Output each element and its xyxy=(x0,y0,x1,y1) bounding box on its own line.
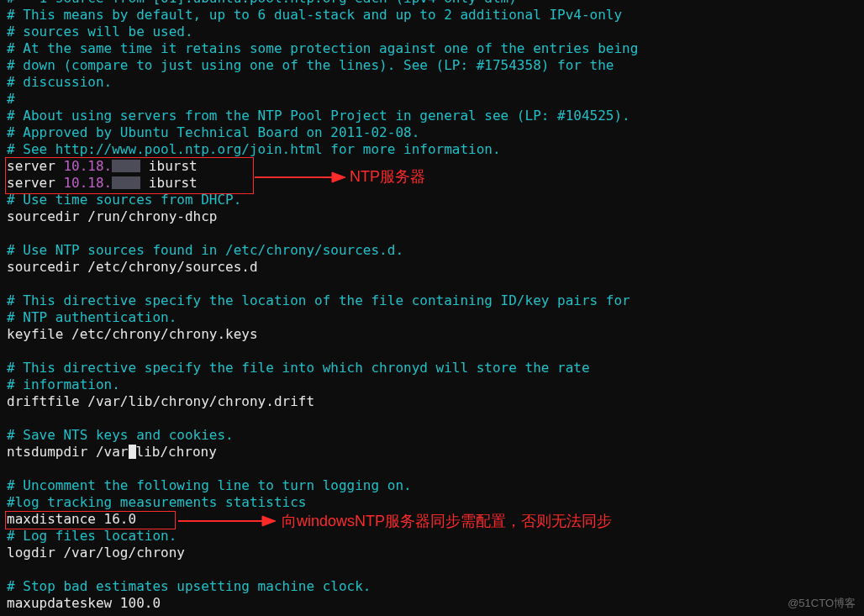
comment-text: # 1 source from [01].ubuntu.pool.ntp.org… xyxy=(7,0,517,6)
comment-text: # This means by default, up to 6 dual-st… xyxy=(7,7,622,23)
terminal-line xyxy=(7,561,864,578)
comment-text: # Uncomment the following line to turn l… xyxy=(7,477,412,493)
comment-text: # About using servers from the NTP Pool … xyxy=(7,108,630,124)
svg-marker-1 xyxy=(332,172,345,182)
annotation-label-ntp: NTP服务器 xyxy=(350,166,425,187)
comment-text: # Log files location. xyxy=(7,528,176,544)
server-ip: 10.18. xyxy=(63,158,112,174)
terminal-line: # Stop bad estimates upsetting machine c… xyxy=(7,578,864,595)
terminal-line: # This directive specify the location of… xyxy=(7,292,864,309)
comment-text: # Use time sources from DHCP. xyxy=(7,192,241,208)
terminal-line xyxy=(7,410,864,427)
terminal-line: # Uncomment the following line to turn l… xyxy=(7,477,864,494)
config-directive: keyfile /etc/chrony/chrony.keys xyxy=(7,326,258,342)
server-option: iburst xyxy=(140,158,197,174)
config-directive: sourcedir /run/chrony-dhcp xyxy=(7,208,217,224)
terminal-line: # down (compare to just using one of the… xyxy=(7,57,864,74)
config-directive: driftfile /var/lib/chrony/chrony.drift xyxy=(7,393,314,409)
comment-text: # At the same time it retains some prote… xyxy=(7,40,638,56)
terminal-line: maxupdateskew 100.0 xyxy=(7,595,864,612)
terminal-line: server 10.18. iburst xyxy=(7,158,864,175)
terminal-line: # NTP authentication. xyxy=(7,309,864,326)
watermark: @51CTO博客 xyxy=(788,596,856,611)
annotation-label-maxdistance: 向windowsNTP服务器同步需配置，否则无法同步 xyxy=(282,511,612,531)
comment-text: # Use NTP sources found in /etc/chrony/s… xyxy=(7,242,403,258)
comment-text: # discussion. xyxy=(7,74,112,90)
comment-text: # Approved by Ubuntu Technical Board on … xyxy=(7,124,419,140)
comment-text: # NTP authentication. xyxy=(7,309,176,325)
terminal-line xyxy=(7,343,864,360)
redacted-segment xyxy=(112,176,140,189)
terminal-line xyxy=(7,225,864,242)
terminal-line: # About using servers from the NTP Pool … xyxy=(7,108,864,124)
redacted-segment xyxy=(112,160,140,172)
svg-marker-3 xyxy=(262,516,276,526)
comment-text: # This directive specify the location of… xyxy=(7,292,630,308)
comment-text: # See http://www.pool.ntp.org/join.html … xyxy=(7,141,501,157)
terminal-line: # This directive specify the file into w… xyxy=(7,360,864,376)
terminal-line: # 1 source from [01].ubuntu.pool.ntp.org… xyxy=(7,0,864,7)
server-keyword: server xyxy=(7,175,63,191)
comment-text: # information. xyxy=(7,376,120,392)
terminal-line: driftfile /var/lib/chrony/chrony.drift xyxy=(7,393,864,410)
terminal-line xyxy=(7,461,864,477)
terminal-cursor xyxy=(129,445,136,459)
terminal-line xyxy=(7,276,864,292)
terminal-line: # This means by default, up to 6 dual-st… xyxy=(7,7,864,24)
config-directive: maxupdateskew 100.0 xyxy=(7,595,161,611)
server-keyword: server xyxy=(7,158,63,174)
config-directive: sourcedir /etc/chrony/sources.d xyxy=(7,259,258,275)
comment-text: # sources will be used. xyxy=(7,24,193,39)
terminal-line: ntsdumpdir /varlib/chrony xyxy=(7,444,864,461)
comment-text: # Save NTS keys and cookies. xyxy=(7,427,234,443)
comment-text: # down (compare to just using one of the… xyxy=(7,57,614,73)
comment-text: #log tracking measurements statistics xyxy=(7,494,306,510)
terminal-line: keyfile /etc/chrony/chrony.keys xyxy=(7,326,864,343)
terminal-line: # See http://www.pool.ntp.org/join.html … xyxy=(7,141,864,158)
terminal-line: # At the same time it retains some prote… xyxy=(7,40,864,57)
terminal-line: # xyxy=(7,91,864,108)
config-directive: logdir /var/log/chrony xyxy=(7,545,185,561)
comment-text: # Stop bad estimates upsetting machine c… xyxy=(7,578,371,594)
terminal-line: # discussion. xyxy=(7,74,864,91)
server-ip: 10.18. xyxy=(63,175,112,191)
terminal-line: #log tracking measurements statistics xyxy=(7,494,864,511)
terminal-line: # information. xyxy=(7,376,864,393)
config-directive: ntsdumpdir /var xyxy=(7,444,129,460)
server-option: iburst xyxy=(140,175,197,191)
annotation-arrow-maxdistance xyxy=(178,513,279,531)
terminal-line: logdir /var/log/chrony xyxy=(7,545,864,561)
terminal-line: sourcedir /run/chrony-dhcp xyxy=(7,208,864,225)
terminal-line: # Use NTP sources found in /etc/chrony/s… xyxy=(7,242,864,259)
terminal-line: sourcedir /etc/chrony/sources.d xyxy=(7,259,864,276)
terminal-line: # Save NTS keys and cookies. xyxy=(7,427,864,444)
terminal-line: server 10.18. iburst xyxy=(7,175,864,192)
terminal-line: # Approved by Ubuntu Technical Board on … xyxy=(7,124,864,141)
terminal-line: # Use time sources from DHCP. xyxy=(7,192,864,208)
config-directive: maxdistance 16.0 xyxy=(7,511,136,527)
comment-text: # xyxy=(7,91,15,107)
config-directive: lib/chrony xyxy=(136,444,217,460)
annotation-arrow-ntp xyxy=(255,168,347,187)
comment-text: # This directive specify the file into w… xyxy=(7,360,590,376)
terminal-line: # sources will be used. xyxy=(7,24,864,40)
